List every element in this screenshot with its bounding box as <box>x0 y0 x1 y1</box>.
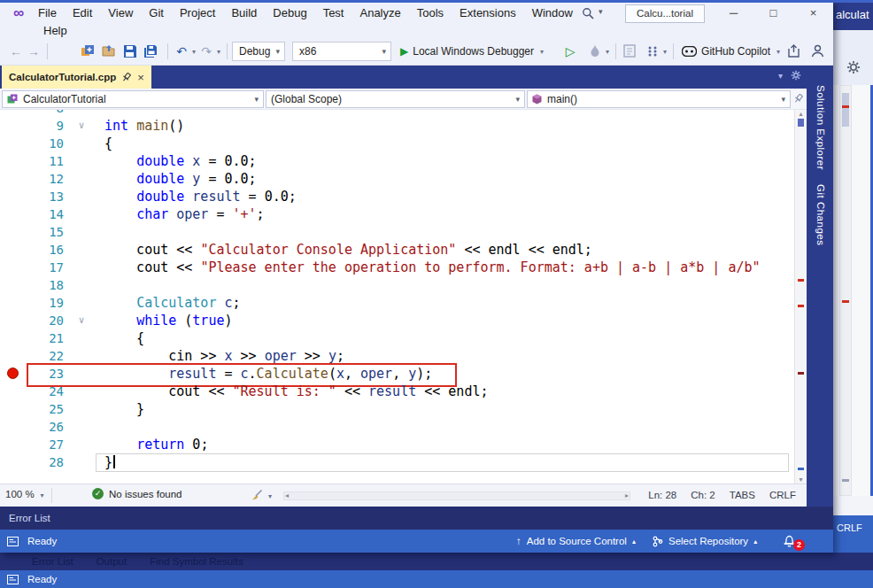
code-line-13[interactable]: 13 double result = 0.0; <box>0 188 794 205</box>
navigate-forward-icon[interactable]: → <box>25 42 42 61</box>
scroll-left-arrow-icon[interactable]: ◂ <box>285 491 289 499</box>
pin-tab-icon[interactable] <box>122 73 131 82</box>
share-icon[interactable] <box>787 44 800 58</box>
code-line-27[interactable]: 27 return 0; <box>0 436 794 453</box>
redo-caret-icon[interactable]: ▾ <box>215 48 222 56</box>
menu-git[interactable]: Git <box>141 3 172 24</box>
menu-edit[interactable]: Edit <box>65 3 100 24</box>
close-tab-icon[interactable]: × <box>137 72 144 83</box>
code-line-10[interactable]: 10{ <box>0 135 794 152</box>
fold-chevron-icon[interactable]: ∨ <box>64 117 99 135</box>
navigate-backward-icon[interactable]: ← <box>7 42 25 61</box>
breakpoint-margin[interactable] <box>0 365 25 383</box>
minimize-button[interactable]: ─ <box>714 2 753 25</box>
user-profile-icon[interactable] <box>811 44 824 58</box>
start-debugging-button[interactable]: ▶ Local Windows Debugger ▾ <box>400 45 545 58</box>
menu-test[interactable]: Test <box>315 3 352 24</box>
menu-project[interactable]: Project <box>172 3 223 24</box>
code-line-12[interactable]: 12 double y = 0.0; <box>0 170 794 188</box>
maximize-button[interactable]: □ <box>753 2 793 25</box>
menu-tools[interactable]: Tools <box>409 3 452 24</box>
code-line-17[interactable]: 17 cout << "Please enter the operation t… <box>0 259 794 276</box>
breakpoint-margin[interactable] <box>0 152 25 170</box>
breakpoint-margin[interactable] <box>0 276 25 294</box>
menu-debug[interactable]: Debug <box>265 3 314 24</box>
menu-analyze[interactable]: Analyze <box>352 3 408 24</box>
background-panel-tab-output[interactable]: Output <box>97 556 127 567</box>
menu-help[interactable]: Help <box>35 24 75 38</box>
menu-build[interactable]: Build <box>223 3 265 24</box>
solution-configuration-dropdown[interactable]: Debug ▾ <box>232 42 285 61</box>
window-list-chevron-icon[interactable]: ▾ <box>778 71 783 81</box>
code-line-15[interactable]: 15 <box>0 223 794 241</box>
editor-vertical-scrollbar[interactable]: ▴ ▾ <box>794 110 807 484</box>
intellitrace-icon[interactable] <box>644 42 661 61</box>
code-cleanup-button[interactable]: ▾ <box>251 489 274 501</box>
breakpoint-margin[interactable] <box>0 294 25 312</box>
save-all-icon[interactable] <box>143 42 160 61</box>
breakpoint-margin[interactable] <box>0 453 25 471</box>
search-icon[interactable] <box>582 7 594 19</box>
undo-icon[interactable]: ↶ <box>173 42 190 61</box>
breakpoint-margin[interactable] <box>0 188 25 205</box>
code-line-26[interactable]: 26 <box>0 418 794 436</box>
breakpoint-margin[interactable] <box>0 383 25 400</box>
menu-window[interactable]: Window <box>524 3 581 24</box>
document-tab-calculatortutorial[interactable]: CalculatorTutorial.cpp × <box>2 66 151 89</box>
code-line-9[interactable]: 9∨int main() <box>0 117 794 135</box>
breakpoint-margin[interactable] <box>0 418 25 436</box>
break-all-icon[interactable] <box>621 42 638 61</box>
tab-settings-gear-icon[interactable] <box>791 70 801 81</box>
breakpoint-margin[interactable] <box>0 170 25 188</box>
menu-view[interactable]: View <box>100 3 141 24</box>
add-to-source-control-button[interactable]: ↑ Add to Source Control ▴ <box>516 530 636 553</box>
side-tab-git-changes[interactable]: Git Changes <box>814 184 826 245</box>
breakpoint-margin[interactable] <box>0 259 25 276</box>
editor-horizontal-scrollbar[interactable]: ◂ ▸ <box>283 491 630 500</box>
breakpoint-margin[interactable] <box>0 241 25 259</box>
zoom-dropdown[interactable]: 100 % ▾ <box>5 489 46 499</box>
scroll-down-arrow-icon[interactable]: ▾ <box>795 476 807 484</box>
select-repository-button[interactable]: Select Repository ▴ <box>653 530 757 553</box>
search-scope-caret-icon[interactable]: ▾ <box>599 7 603 16</box>
code-line-19[interactable]: 19 Calculator c; <box>0 294 794 312</box>
code-line-18[interactable]: 18 <box>0 276 794 294</box>
code-line-16[interactable]: 16 cout << "Calculator Console Applicati… <box>0 241 794 259</box>
code-line-28[interactable]: 28} <box>0 453 794 471</box>
breakpoint-margin[interactable] <box>0 135 25 152</box>
scroll-right-arrow-icon[interactable]: ▸ <box>625 491 629 499</box>
scroll-up-arrow-icon[interactable]: ▴ <box>795 110 807 118</box>
breakpoint-margin[interactable] <box>0 312 25 329</box>
search-input[interactable]: Calcu...torial <box>625 4 705 23</box>
breakpoint-margin[interactable] <box>0 347 25 365</box>
code-line-8[interactable]: 8 <box>0 110 794 117</box>
error-list-tab[interactable]: Error List <box>0 513 50 523</box>
code-line-23[interactable]: 23 result = c.Calculate(x, oper, y); <box>0 365 794 383</box>
navbar-pin-icon[interactable] <box>794 94 803 104</box>
side-tab-solution-explorer[interactable]: Solution Explorer <box>814 85 826 170</box>
code-line-22[interactable]: 22 cin >> x >> oper >> y; <box>0 347 794 365</box>
solution-platform-dropdown[interactable]: x86 ▾ <box>292 42 391 61</box>
save-icon[interactable] <box>121 42 139 61</box>
breakpoint-margin[interactable] <box>0 436 25 453</box>
code-line-20[interactable]: 20∨ while (true) <box>0 312 794 329</box>
breakpoint-margin[interactable] <box>0 117 25 135</box>
breakpoint-margin[interactable] <box>0 110 25 117</box>
breakpoint-margin[interactable] <box>0 223 25 241</box>
breakpoint-margin[interactable] <box>0 205 25 223</box>
code-line-21[interactable]: 21 { <box>0 329 794 347</box>
open-file-icon[interactable] <box>100 42 118 61</box>
breakpoint-margin[interactable] <box>0 329 25 347</box>
code-editor[interactable]: 89∨int main()10{11 double x = 0.0;12 dou… <box>0 110 794 484</box>
code-line-24[interactable]: 24 cout << "Result is: " << result << en… <box>0 383 794 400</box>
menu-file[interactable]: File <box>30 3 65 24</box>
new-project-icon[interactable] <box>79 42 97 61</box>
document-health-indicator[interactable]: ✓ No issues found <box>92 488 182 499</box>
hot-reload-icon[interactable] <box>586 42 604 61</box>
member-dropdown[interactable]: main() ▾ <box>527 90 791 108</box>
start-without-debugging-icon[interactable]: ▷ <box>561 42 579 61</box>
redo-icon[interactable]: ↷ <box>197 42 215 61</box>
github-copilot-button[interactable]: GitHub Copilot ▾ <box>682 45 782 58</box>
breakpoint-margin[interactable] <box>0 400 25 418</box>
code-line-14[interactable]: 14 char oper = '+'; <box>0 205 794 223</box>
